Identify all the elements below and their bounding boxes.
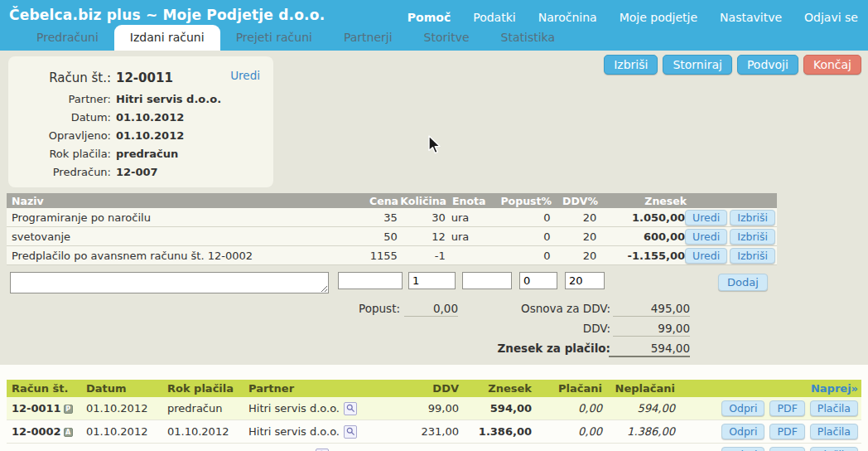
item-vat: 20 — [550, 211, 596, 224]
item-delete-button[interactable]: Izbriši — [730, 210, 775, 226]
tab-prejeti-racuni[interactable]: Prejeti računi — [220, 25, 328, 51]
item-edit-button[interactable]: Uredi — [685, 210, 727, 226]
mouse-cursor-icon — [427, 135, 443, 159]
top-menu: Pomoč Podatki Naročnina Moje podjetje Na… — [407, 11, 858, 24]
invoice-vat: 99,00 — [399, 402, 459, 415]
item-discount: 0 — [491, 230, 551, 243]
item-edit-button[interactable]: Uredi — [685, 229, 727, 245]
open-invoice-button[interactable]: Odpri — [721, 400, 764, 416]
item-row: svetovanje 50 12 ura 0 20 600,00 Uredi I… — [7, 227, 777, 246]
invoice-type-badge: A — [64, 428, 73, 437]
tab-predracuni[interactable]: Predračuni — [21, 25, 114, 51]
payments-invoice-button[interactable]: Plačila — [810, 447, 858, 451]
col-partner: Partner — [248, 382, 399, 395]
item-price: 35 — [345, 211, 398, 224]
col-placani: Plačani — [532, 382, 602, 395]
pdf-invoice-button[interactable]: PDF — [769, 424, 804, 439]
tab-storitve[interactable]: Storitve — [408, 25, 485, 51]
add-item-name-input[interactable] — [10, 272, 329, 293]
total-due-label: Znesek za plačilo: — [458, 342, 610, 355]
proforma-label: Predračun: — [8, 163, 116, 182]
menu-item-my-company[interactable]: Moje podjetje — [620, 11, 697, 24]
open-invoice-button[interactable]: Odpri — [721, 424, 764, 439]
invoice-actions: Izbriši Storniraj Podvoji Končaj — [604, 55, 861, 75]
invoice-number: 12-0002 — [12, 425, 61, 438]
invoice-info-box: Uredi Račun št.: 12-0011 Partner: Hitri … — [8, 56, 273, 187]
menu-item-data[interactable]: Podatki — [473, 11, 515, 24]
item-delete-button[interactable]: Izbriši — [730, 229, 775, 245]
tab-partnerji[interactable]: Partnerji — [328, 25, 408, 51]
invoice-due: 01.10.2012 — [167, 425, 248, 438]
item-edit-button[interactable]: Uredi — [685, 248, 727, 264]
col-racun-st: Račun št. — [7, 382, 86, 395]
item-name: Predplačilo po avansnem računu št. 12-00… — [7, 250, 345, 262]
total-due-value: 594,00 — [609, 342, 690, 357]
invoice-paid: 0,00 — [532, 402, 602, 415]
search-icon[interactable] — [344, 425, 357, 439]
menu-item-help[interactable]: Pomoč — [407, 11, 451, 24]
invoice-number: 12-0011 — [12, 402, 61, 415]
search-icon[interactable] — [344, 402, 357, 415]
add-item-unit-input[interactable] — [462, 272, 512, 289]
invoice-date: 01.10.2012 — [86, 402, 167, 415]
invoice-partner: Hitri servis d.o.o. — [248, 402, 340, 415]
invoice-paid: 0,00 — [532, 425, 602, 438]
vat-value: 99,00 — [613, 322, 690, 337]
tab-statistika[interactable]: Statistika — [485, 25, 571, 51]
invoice-list-row-partial: Odpri PDF Plačila — [7, 444, 861, 451]
invoice-due: predračun — [167, 402, 248, 415]
open-invoice-button[interactable]: Odpri — [721, 447, 764, 451]
col-enota: Enota — [446, 195, 492, 207]
discount-total-value: 0,00 — [404, 302, 458, 317]
col-cena: Cena — [346, 195, 398, 207]
date-value: 01.10.2012 — [116, 109, 273, 127]
add-item-button[interactable]: Dodaj — [718, 274, 768, 291]
invoice-number-label: Račun št.: — [8, 67, 116, 89]
vat-label: DDV: — [466, 322, 610, 335]
pdf-invoice-button[interactable]: PDF — [769, 400, 804, 416]
vat-base-value: 495,00 — [613, 302, 690, 317]
col-datum: Datum — [86, 382, 167, 395]
add-item-discount-input[interactable] — [519, 272, 557, 289]
service-date-label: Opravljeno: — [8, 127, 116, 145]
add-item-price-input[interactable] — [338, 272, 403, 289]
invoice-amount: 594,00 — [459, 402, 532, 415]
invoice-proforma-row: Predračun: 12-007 — [8, 163, 273, 182]
invoices-list-header: Račun št. Datum Rok plačila Partner DDV … — [7, 380, 861, 397]
top-bar: Čebelca.biz plus ~ Moje Podjetje d.o.o. … — [0, 0, 868, 51]
invoice-service-date-row: Opravljeno: 01.10.2012 — [8, 127, 273, 145]
item-delete-button[interactable]: Izbriši — [730, 248, 775, 264]
item-row: Programiranje po naročilu 35 30 ura 0 20… — [7, 208, 777, 227]
invoices-list-panel: Račun št. Datum Rok plačila Partner DDV … — [0, 365, 868, 451]
search-icon[interactable] — [316, 449, 329, 451]
item-qty: 30 — [398, 211, 446, 224]
next-page-link[interactable]: Naprej» — [811, 382, 858, 395]
invoice-vat: 231,00 — [399, 425, 459, 438]
item-price: 50 — [345, 230, 398, 243]
finish-invoice-button[interactable]: Končaj — [803, 55, 861, 75]
col-kolicina: Količina — [398, 195, 446, 207]
col-popust: Popust% — [492, 195, 552, 207]
menu-item-logout[interactable]: Odjavi se — [804, 11, 858, 24]
invoice-type-badge: P — [64, 405, 73, 414]
invoice-edit-link[interactable]: Uredi — [230, 69, 260, 82]
menu-item-subscription[interactable]: Naročnina — [538, 11, 597, 24]
menu-item-settings[interactable]: Nastavitve — [720, 11, 782, 24]
invoice-partner-row: Partner: Hitri servis d.o.o. — [8, 90, 273, 109]
add-item-qty-input[interactable] — [408, 272, 456, 289]
main-tabs: Predračuni Izdani računi Prejeti računi … — [21, 25, 571, 51]
payments-invoice-button[interactable]: Plačila — [810, 424, 858, 439]
add-item-row: Dodaj — [7, 272, 777, 297]
item-name: Programiranje po naročilu — [7, 211, 345, 224]
tab-izdani-racuni[interactable]: Izdani računi — [114, 25, 220, 51]
payments-invoice-button[interactable]: Plačila — [810, 400, 858, 416]
delete-invoice-button[interactable]: Izbriši — [604, 55, 658, 75]
col-naziv: Naziv — [7, 195, 346, 207]
col-znesek: Znesek — [598, 195, 687, 207]
col-ddv: DDV — [399, 382, 459, 395]
add-item-vat-input[interactable] — [565, 272, 605, 289]
invoice-due-row: Rok plačila: predračun — [8, 145, 273, 163]
pdf-invoice-button[interactable]: PDF — [769, 447, 804, 451]
duplicate-invoice-button[interactable]: Podvoji — [737, 55, 798, 75]
storno-invoice-button[interactable]: Storniraj — [663, 55, 731, 75]
